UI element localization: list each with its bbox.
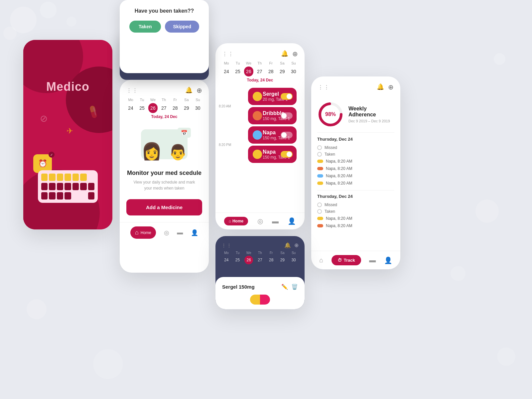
week-calendar: Mo 24 Tu 25 We 26 Th 27 Fr 28 Sa 29 Su 3… <box>215 61 305 76</box>
day-num[interactable]: 27 <box>255 66 265 76</box>
med-track-4: Napa, 8:20 AM <box>311 180 400 187</box>
day-num-29[interactable]: 29 <box>182 103 192 113</box>
cal-cell <box>41 174 48 181</box>
toggle-napa2[interactable] <box>281 151 293 158</box>
person1-icon: 👩 <box>141 142 162 161</box>
day-label: Fr <box>269 61 273 65</box>
check-icon: ✓ <box>49 152 55 158</box>
delete-icon[interactable]: 🗑️ <box>291 284 298 290</box>
day-label: We <box>246 61 251 65</box>
cal-cell <box>72 174 79 181</box>
track-button[interactable]: ⏱ Track <box>332 255 361 265</box>
day-num-active[interactable]: 26 <box>244 66 253 76</box>
day-num-26-active[interactable]: 26 <box>148 103 158 113</box>
app-title: Medico <box>23 80 112 94</box>
phone5-header: ⋮⋮ 🔔 ⊕ <box>311 76 400 94</box>
divider2 <box>317 190 394 191</box>
cal-cell <box>80 183 86 190</box>
missed-circle <box>317 145 322 150</box>
day-num-27[interactable]: 27 <box>159 103 169 113</box>
med-name-track: Napa, 8:20 AM <box>326 166 352 171</box>
med-row-sergel: Sergel 20 mg, Take 1 <box>233 88 301 105</box>
day-num[interactable]: 24 <box>221 66 231 76</box>
bell-icon[interactable]: 🔔 <box>185 86 193 94</box>
day-num[interactable]: 25 <box>233 66 243 76</box>
nav-user[interactable]: 👤 <box>191 229 198 236</box>
day-sa: Sa 29 <box>277 61 287 76</box>
card-nav-icon[interactable]: ▬ <box>272 217 279 225</box>
menu-dots-icon[interactable]: ⋮⋮ <box>126 87 138 94</box>
med-row-napa2: Napa 150 mg, Take 1 <box>233 146 301 163</box>
missed-row: Missed <box>311 144 400 151</box>
phone4-bottom-nav: ⌂ Home ◎ ▬ 👤 <box>215 212 305 229</box>
sergel-day-th: Th 27 <box>256 251 264 264</box>
nav-chart[interactable]: ◎ <box>164 229 169 236</box>
med-name-track2: Napa, 8:20 AM <box>326 216 352 221</box>
sergel-popup-title: Sergel 150mg <box>222 284 255 290</box>
home-label: Home <box>232 219 243 223</box>
nav-home-label: Home <box>141 230 151 235</box>
cal-cell <box>49 192 55 200</box>
day-label-sa: Sa <box>184 98 189 102</box>
missed-circle2 <box>317 202 322 207</box>
nav-card[interactable]: ▬ <box>177 229 183 236</box>
day-label: Mo <box>224 61 229 65</box>
nav-home[interactable]: ⌂ Home <box>130 226 156 239</box>
sergel-popup-header: Sergel 150mg ✏️ 🗑️ <box>222 284 298 290</box>
user-nav-icon[interactable]: 👤 <box>384 256 392 264</box>
toggle-sergel[interactable] <box>281 93 293 100</box>
phone5-bottom-nav: ⌂ ⏱ Track ▬ 👤 <box>311 251 400 269</box>
skipped-button[interactable]: Skipped <box>165 21 199 33</box>
day-num-24[interactable]: 24 <box>126 103 136 113</box>
day-num-30[interactable]: 30 <box>193 103 203 113</box>
med-track-6: Napa, 8:20 AM <box>311 222 400 229</box>
day-num[interactable]: 28 <box>266 66 276 76</box>
monitor-sub: View your daily schedule and mark your m… <box>120 179 209 191</box>
phone-splash: ⊘ 💊 ✈ Medico ⏰ ✓ <box>23 40 112 229</box>
chart-nav-icon[interactable]: ◎ <box>257 217 263 225</box>
day-mo: Mo 24 <box>221 61 231 76</box>
day-label-th: Th <box>162 98 166 102</box>
bell-icon[interactable]: 🔔 <box>377 83 384 91</box>
bottom-navigation: ⌂ Home ◎ ▬ 👤 <box>120 222 209 243</box>
sergel-day-tu: Tu 25 <box>233 251 242 264</box>
home-nav-icon[interactable]: ⌂ <box>319 256 323 264</box>
toggle-napa1[interactable] <box>281 132 293 138</box>
add-medicine-button[interactable]: Add a Medicine <box>126 199 202 215</box>
adherence-dates: Dec 9 2019 – Dec 9 2019 <box>348 119 394 123</box>
med-dot-o2 <box>317 224 323 227</box>
day-we: We 26 <box>244 61 253 76</box>
menu-dots-icon[interactable]: ⋮⋮ <box>221 243 232 248</box>
pill-dot-yellow2 <box>253 150 262 159</box>
day-sunday: Su 30 <box>193 98 203 113</box>
day-num-25[interactable]: 25 <box>137 103 147 113</box>
plus-icon[interactable]: ⊕ <box>388 83 394 91</box>
plus-icon[interactable]: ⊕ <box>294 242 299 248</box>
menu-dots-icon[interactable]: ⋮⋮ <box>318 84 330 90</box>
edit-icon[interactable]: ✏️ <box>281 284 288 290</box>
user-nav-icon[interactable]: 👤 <box>288 217 296 225</box>
plus-icon[interactable]: ⊕ <box>292 50 298 58</box>
track-label: Track <box>344 258 355 263</box>
menu-dots-icon[interactable]: ⋮⋮ <box>222 51 234 57</box>
sergel-day-mo: Mo 24 <box>222 251 231 264</box>
plus-icon[interactable]: ⊕ <box>197 86 202 94</box>
header-icons: 🔔 ⊕ <box>284 242 299 248</box>
med-track-1: Napa, 8:20 AM <box>311 158 400 165</box>
user-icon: 👤 <box>191 229 198 236</box>
card-nav-icon[interactable]: ▬ <box>369 256 376 264</box>
toggle-dribbble[interactable] <box>281 112 293 119</box>
day-num[interactable]: 30 <box>289 66 299 76</box>
day-tu: Tu 25 <box>233 61 243 76</box>
phone-dialog: Have you been taken?? Taken Skipped <box>120 0 209 73</box>
nav-home-active[interactable]: ⌂ Home <box>224 217 248 225</box>
day-num[interactable]: 29 <box>277 66 287 76</box>
day-num-28[interactable]: 28 <box>170 103 180 113</box>
adherence-title: Weekly Adherence <box>348 106 394 118</box>
taken-button[interactable]: Taken <box>129 21 161 33</box>
bell-icon[interactable]: 🔔 <box>284 242 291 248</box>
med-dot-yellow <box>317 160 323 163</box>
dialog-title: Have you been taken?? <box>135 8 194 14</box>
day-label: Th <box>257 61 262 65</box>
bell-icon[interactable]: 🔔 <box>281 50 288 58</box>
